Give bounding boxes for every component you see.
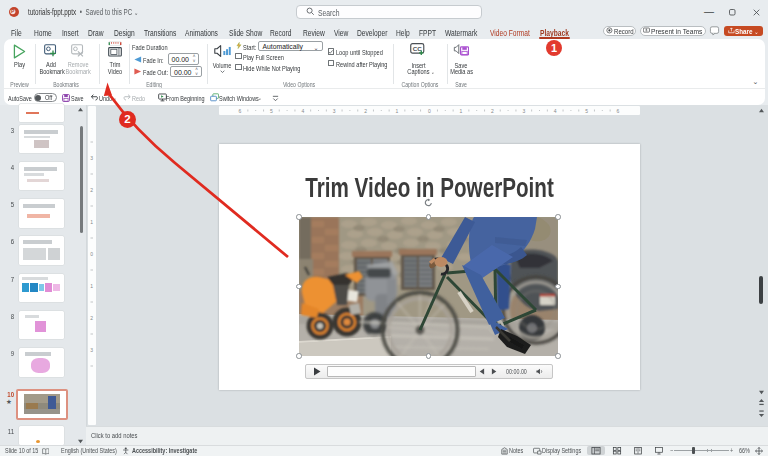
svg-text:0: 0 xyxy=(90,251,93,257)
svg-text:3: 3 xyxy=(333,108,336,114)
svg-text:0: 0 xyxy=(428,108,431,114)
svg-text:3: 3 xyxy=(90,347,93,353)
svg-text:2: 2 xyxy=(491,108,494,114)
svg-text:5: 5 xyxy=(585,108,588,114)
svg-text:6: 6 xyxy=(239,108,242,114)
svg-text:3: 3 xyxy=(90,155,93,161)
svg-text:5: 5 xyxy=(270,108,273,114)
svg-text:1: 1 xyxy=(396,108,399,114)
svg-text:2: 2 xyxy=(90,315,93,321)
svg-text:3: 3 xyxy=(522,108,525,114)
svg-text:1: 1 xyxy=(460,108,463,114)
svg-text:1: 1 xyxy=(90,283,93,289)
svg-text:4: 4 xyxy=(301,108,304,114)
svg-text:4: 4 xyxy=(554,108,557,114)
svg-text:P: P xyxy=(11,8,15,14)
svg-text:1: 1 xyxy=(90,219,93,225)
svg-text:6: 6 xyxy=(617,108,620,114)
svg-text:2: 2 xyxy=(90,187,93,193)
svg-text:2: 2 xyxy=(364,108,367,114)
